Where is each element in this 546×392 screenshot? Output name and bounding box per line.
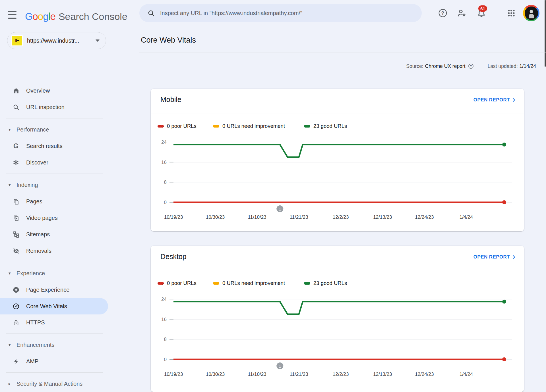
sidebar-item-discover[interactable]: Discover [0, 154, 108, 171]
sidebar-item-page-experience[interactable]: Page Experience [0, 282, 108, 298]
sidebar-item-video-pages[interactable]: Video pages [0, 210, 108, 226]
sidebar-item-core-web-vitals[interactable]: Core Web Vitals [0, 298, 108, 314]
scrollbar-thumb[interactable] [545, 0, 546, 67]
account-avatar[interactable] [523, 5, 539, 21]
search-input[interactable] [160, 10, 422, 16]
svg-text:1/4/24: 1/4/24 [460, 214, 473, 220]
svg-text:1: 1 [279, 207, 281, 211]
svg-text:8: 8 [164, 180, 167, 185]
sidebar-item-search-results[interactable]: G Search results [0, 138, 108, 154]
sidebar-item-overview[interactable]: Overview [0, 82, 108, 99]
svg-text:12/2/23: 12/2/23 [333, 214, 349, 220]
legend-need-improvement-urls[interactable]: 0 URLs need improvement [213, 120, 285, 132]
legend-swatch-poor [158, 282, 164, 285]
notifications-button[interactable]: 61 [475, 6, 488, 20]
legend-swatch-improvement [213, 125, 219, 128]
product-name: Search Console [59, 11, 127, 22]
legend-poor-urls[interactable]: 0 poor URLs [158, 120, 197, 132]
divider [139, 53, 546, 53]
svg-text:1: 1 [279, 364, 281, 368]
notification-count-badge: 61 [478, 5, 487, 12]
svg-text:12/13/23: 12/13/23 [373, 214, 392, 220]
top-app-bar: Google Search Console ? [0, 0, 546, 27]
divider [6, 118, 103, 118]
desktop-core-web-vitals-line-chart[interactable]: 08162410/19/2310/30/2311/10/2311/21/2312… [151, 291, 524, 385]
open-report-button-desktop[interactable]: OPEN REPORT [473, 254, 517, 260]
sidebar-item-removals[interactable]: Removals [0, 243, 108, 259]
chart-legend: 0 poor URLs 0 URLs need improvement 23 g… [151, 278, 524, 289]
mobile-core-web-vitals-line-chart[interactable]: 08162410/19/2310/30/2311/10/2311/21/2312… [151, 134, 524, 228]
svg-text:10/30/23: 10/30/23 [206, 214, 225, 220]
sidebar-section-performance[interactable]: ▾ Performance [0, 121, 108, 138]
svg-text:16: 16 [161, 160, 167, 165]
svg-text:10/19/23: 10/19/23 [164, 372, 183, 377]
svg-text:0: 0 [164, 200, 167, 205]
legend-good-urls[interactable]: 23 good URLs [304, 120, 347, 132]
chevron-expanded-icon: ▾ [9, 342, 11, 347]
svg-text:11/10/23: 11/10/23 [248, 372, 266, 377]
chart-legend: 0 poor URLs 0 URLs need improvement 23 g… [151, 120, 524, 132]
home-icon [12, 87, 20, 94]
app-root: Google Search Console ? [0, 0, 546, 392]
help-button[interactable]: ? [436, 6, 450, 20]
svg-text:12/24/23: 12/24/23 [415, 372, 434, 377]
menu-icon[interactable] [8, 11, 19, 19]
svg-text:12/2/23: 12/2/23 [333, 372, 349, 377]
svg-text:12/24/23: 12/24/23 [415, 214, 434, 220]
page-title: Core Web Vitals [141, 36, 196, 45]
desktop-report-card: Desktop OPEN REPORT 0 poor URLs 0 URLs n… [151, 246, 524, 392]
svg-text:11/21/23: 11/21/23 [290, 214, 308, 220]
search-icon [12, 103, 20, 111]
video-pages-icon [12, 214, 20, 222]
sidebar-item-sitemaps[interactable]: Sitemaps [0, 226, 108, 243]
updated-label: Last updated: [488, 63, 518, 69]
sidebar-section-security-manual-actions[interactable]: ▸ Security & Manual Actions [0, 376, 108, 392]
svg-text:24: 24 [161, 139, 167, 145]
property-favicon: IE [11, 35, 23, 46]
url-inspect-searchbar[interactable] [139, 4, 422, 22]
core-web-vitals-gauge-icon [12, 303, 20, 310]
svg-text:16: 16 [161, 317, 167, 322]
legend-swatch-good [304, 282, 310, 285]
legend-need-improvement-urls[interactable]: 0 URLs need improvement [213, 278, 285, 289]
svg-text:0: 0 [164, 357, 167, 362]
divider [6, 262, 103, 262]
chevron-expanded-icon: ▾ [9, 271, 11, 276]
property-selector[interactable]: IE https://www.industr... [7, 32, 106, 49]
source-help-icon[interactable]: ? [468, 63, 474, 69]
svg-text:11/21/23: 11/21/23 [290, 372, 308, 377]
svg-text:11/10/23: 11/10/23 [248, 214, 266, 220]
divider [6, 174, 103, 174]
legend-good-urls[interactable]: 23 good URLs [304, 278, 347, 289]
svg-text:10/30/23: 10/30/23 [206, 372, 225, 377]
open-report-button-mobile[interactable]: OPEN REPORT [473, 97, 517, 103]
sidebar-section-enhancements[interactable]: ▾ Enhancements [0, 337, 108, 353]
sidebar-section-experience[interactable]: ▾ Experience [0, 265, 108, 282]
sitemaps-icon [12, 231, 20, 238]
source-value: Chrome UX report [425, 63, 466, 69]
avatar-photo [525, 7, 538, 20]
google-g-icon: G [12, 142, 20, 150]
chevron-expanded-icon: ▾ [9, 127, 11, 132]
sidebar-nav: IE https://www.industr... Overview URL i… [0, 27, 108, 392]
svg-text:8: 8 [164, 337, 167, 342]
sidebar-item-url-inspection[interactable]: URL inspection [0, 99, 108, 115]
svg-text:24: 24 [161, 297, 167, 302]
legend-swatch-poor [158, 125, 164, 128]
apps-grid-icon [507, 9, 516, 17]
lock-icon [12, 319, 20, 326]
sidebar-item-https[interactable]: HTTPS [0, 314, 108, 331]
mobile-report-card: Mobile OPEN REPORT 0 poor URLs 0 URLs ne… [151, 89, 524, 231]
sidebar-item-pages[interactable]: Pages [0, 193, 108, 210]
sidebar-section-indexing[interactable]: ▾ Indexing [0, 177, 108, 193]
user-settings-button[interactable] [455, 6, 469, 20]
divider [6, 333, 103, 334]
sidebar-item-amp[interactable]: AMP [0, 353, 108, 370]
apps-grid-button[interactable] [504, 6, 518, 20]
search-icon [147, 9, 155, 17]
divider [6, 372, 103, 373]
chevron-expanded-icon: ▾ [9, 182, 11, 187]
legend-poor-urls[interactable]: 0 poor URLs [158, 278, 197, 289]
chevron-right-icon [511, 254, 517, 260]
app-logo[interactable]: Google Search Console [25, 11, 127, 22]
